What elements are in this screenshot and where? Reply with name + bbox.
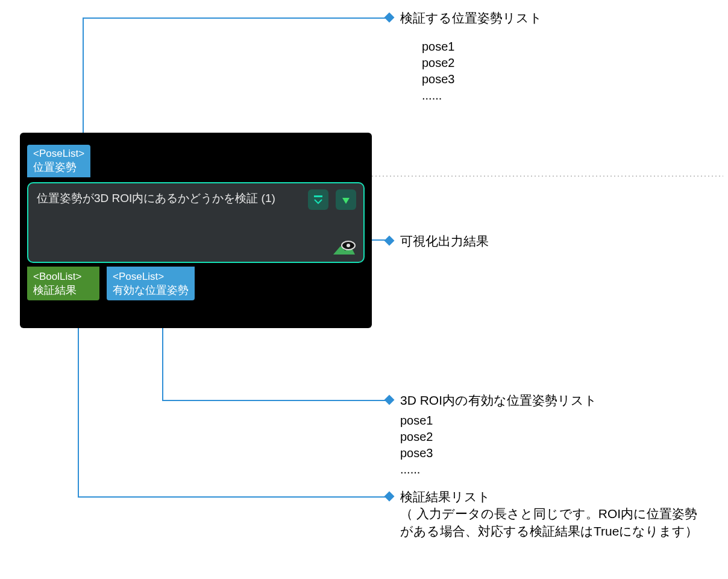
annotation-valid-items: pose1 pose2 pose3 ......: [400, 413, 699, 478]
svg-rect-2: [314, 195, 322, 197]
output2-label: 有効な位置姿勢: [113, 283, 189, 297]
output2-type: <PoseList>: [113, 270, 189, 283]
svg-marker-3: [342, 198, 350, 204]
annotation-input-items: pose1 pose2 pose3 ......: [422, 39, 542, 104]
run-down-icon[interactable]: [336, 189, 356, 210]
annotation-vis-title: 可視化出力結果: [400, 234, 489, 248]
input-port-label: 位置姿勢: [33, 160, 84, 174]
input-port-type: <PoseList>: [33, 147, 84, 160]
visualize-output-icon[interactable]: [332, 240, 356, 257]
diamond-bullet-icon: [384, 236, 395, 246]
annotation-result-title: 検証結果リスト: [400, 490, 491, 504]
output1-label: 検証結果: [33, 283, 93, 297]
diamond-bullet-icon: [384, 395, 395, 405]
diamond-bullet-icon: [384, 13, 395, 23]
expand-down-icon[interactable]: [308, 189, 328, 210]
annotation-result-list: 検証結果リスト （ 入力データの長さと同じです。ROI内に位置姿勢がある場合、対…: [386, 489, 699, 540]
svg-point-5: [347, 244, 350, 247]
annotation-valid-list: 3D ROI内の有効な位置姿勢リスト pose1 pose2 pose3 ...…: [386, 392, 699, 478]
annotation-result-detail: （ 入力データの長さと同じです。ROI内に位置姿勢がある場合、対応する検証結果は…: [400, 505, 699, 540]
annotation-visualize: 可視化出力結果: [386, 233, 489, 250]
node-body[interactable]: 位置姿勢が3D ROI内にあるかどうかを検証 (1): [27, 182, 365, 263]
diamond-bullet-icon: [384, 492, 395, 502]
node-title: 位置姿勢が3D ROI内にあるかどうかを検証 (1): [37, 191, 355, 206]
node-validate-pose-in-roi: <PoseList> 位置姿勢 位置姿勢が3D ROI内にあるかどうかを検証 (…: [20, 133, 372, 328]
annotation-input-title: 検証する位置姿勢リスト: [400, 11, 542, 25]
input-port-poselist[interactable]: <PoseList> 位置姿勢: [27, 145, 90, 177]
output-port-poselist[interactable]: <PoseList> 有効な位置姿勢: [107, 267, 195, 300]
annotation-valid-title: 3D ROI内の有効な位置姿勢リスト: [400, 393, 597, 407]
annotation-input-list: 検証する位置姿勢リスト pose1 pose2 pose3 ......: [386, 10, 542, 104]
output1-type: <BoolList>: [33, 270, 93, 283]
output-port-boollist[interactable]: <BoolList> 検証結果: [27, 267, 99, 300]
